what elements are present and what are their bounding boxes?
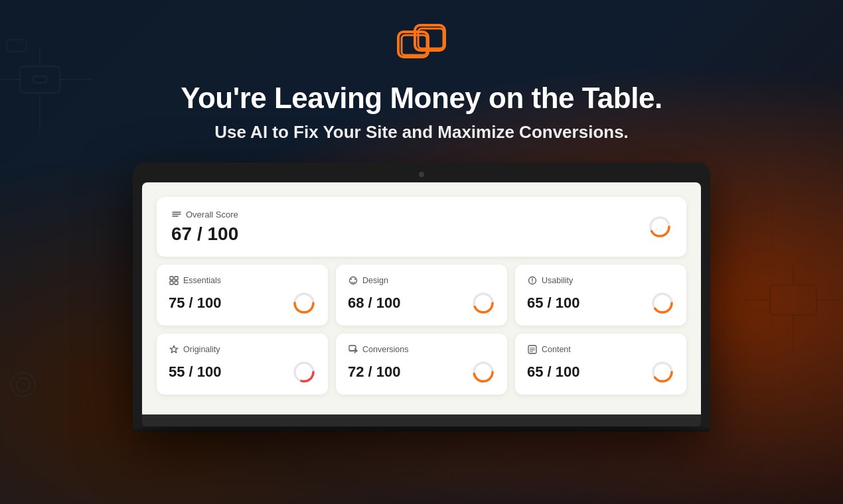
essentials-label: Essentials (169, 275, 316, 286)
svg-point-30 (350, 279, 352, 280)
overall-score-left: Overall Score 67 / 100 (171, 209, 238, 245)
svg-rect-25 (170, 281, 173, 284)
essentials-card: Essentials 75 / 100 (157, 265, 328, 326)
design-label: Design (348, 275, 495, 286)
laptop-screen: Overall Score 67 / 100 (142, 182, 701, 414)
laptop-outer-frame: Overall Score 67 / 100 (133, 162, 710, 426)
design-card: Design 68 / 100 (336, 265, 507, 326)
conversions-label: Conversions (348, 344, 495, 355)
essentials-donut (292, 291, 316, 315)
main-headline: You're Leaving Money on the Table. (181, 82, 662, 114)
overall-label: Overall Score (171, 209, 238, 220)
overall-score-card: Overall Score 67 / 100 (157, 197, 686, 257)
sub-headline: Use AI to Fix Your Site and Maximize Con… (214, 122, 629, 143)
originality-card: Originality 55 / 100 (157, 334, 328, 395)
usability-card: Usability 65 / 100 (515, 265, 686, 326)
overall-donut (648, 215, 672, 239)
svg-rect-24 (175, 277, 178, 280)
usability-bottom: 65 / 100 (527, 291, 674, 315)
logo (395, 20, 448, 82)
usability-icon (527, 275, 538, 286)
originality-value: 55 / 100 (169, 363, 222, 381)
conversions-icon (348, 344, 358, 355)
svg-rect-23 (170, 277, 173, 280)
originality-label: Originality (169, 344, 316, 355)
conversions-bottom: 72 / 100 (348, 360, 495, 384)
conversions-value: 72 / 100 (348, 363, 401, 381)
conversions-card: Conversions 72 / 100 (336, 334, 507, 395)
usability-donut (651, 291, 674, 315)
essentials-icon (169, 275, 179, 286)
usability-label: Usability (527, 275, 674, 286)
design-donut (471, 291, 495, 315)
svg-point-36 (532, 282, 533, 283)
content-icon (527, 344, 538, 355)
usability-value: 65 / 100 (527, 294, 580, 312)
essentials-bottom: 75 / 100 (169, 291, 316, 315)
overall-score-value: 67 / 100 (171, 223, 238, 245)
svg-point-31 (354, 279, 356, 280)
content-label: Content (527, 344, 674, 355)
laptop-bottom-bar (142, 414, 701, 426)
originality-bottom: 55 / 100 (169, 360, 316, 384)
content-value: 65 / 100 (527, 363, 580, 381)
content-bottom: 65 / 100 (527, 360, 674, 384)
laptop-base (133, 426, 710, 432)
camera-dot (419, 172, 424, 177)
design-value: 68 / 100 (348, 294, 401, 312)
page-content: You're Leaving Money on the Table. Use A… (0, 0, 843, 432)
score-grid: Essentials 75 / 100 (157, 265, 686, 395)
overall-icon (171, 209, 182, 220)
svg-rect-26 (175, 281, 178, 284)
design-icon (348, 275, 358, 286)
content-donut (651, 360, 674, 384)
originality-donut (292, 360, 316, 384)
content-card: Content 65 / 100 (515, 334, 686, 395)
svg-rect-41 (349, 346, 356, 351)
laptop-mockup: Overall Score 67 / 100 (133, 162, 710, 432)
conversions-donut (471, 360, 495, 384)
camera-bar (142, 172, 701, 182)
essentials-value: 75 / 100 (169, 294, 222, 312)
originality-icon (169, 344, 179, 355)
design-bottom: 68 / 100 (348, 291, 495, 315)
